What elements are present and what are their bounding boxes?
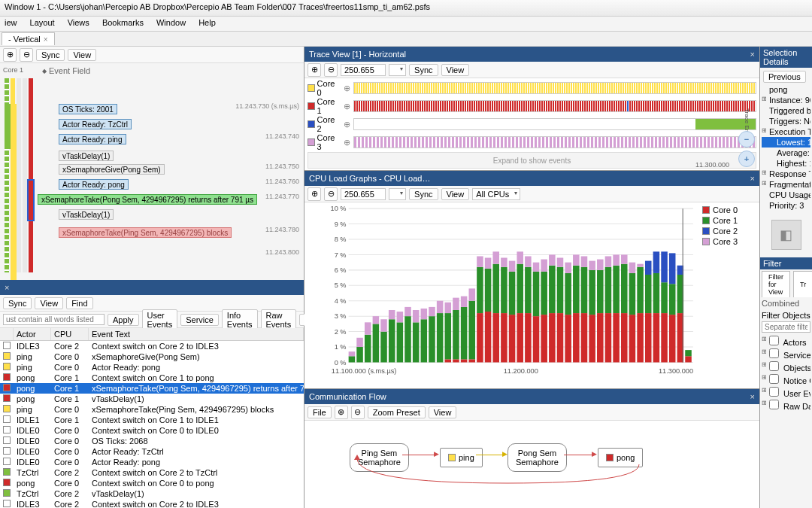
tree-item[interactable]: Triggers: None <box>762 116 810 126</box>
commflow-canvas[interactable]: Ping Sem Semaphore ping Pong Sem Semapho… <box>304 421 759 508</box>
cpu-select-dropdown[interactable]: All CPUs <box>472 188 520 200</box>
view-button[interactable]: View <box>441 64 470 76</box>
close-icon[interactable]: × <box>750 392 755 401</box>
menu-iew[interactable]: iew <box>5 18 17 27</box>
node-ping[interactable]: ping <box>440 448 483 467</box>
previous-button[interactable]: Previous <box>763 71 806 83</box>
event-label[interactable]: OS Ticks: 2001 <box>59 104 117 114</box>
table-row[interactable]: pongCore 1Context switch on Core 1 to po… <box>0 373 304 383</box>
info-events-button[interactable]: Info Events <box>222 309 258 330</box>
tree-item[interactable]: CPU Usage: 0 <box>762 190 810 200</box>
filter-tree-item[interactable]: Actors <box>762 335 810 348</box>
event-label[interactable]: Actor Ready: ping <box>59 134 126 144</box>
event-log-table[interactable]: Actor CPU Event Text IDLE3Core 2Context … <box>0 328 304 508</box>
node-pong-sem[interactable]: Pong Sem Semaphore <box>508 443 567 472</box>
event-label[interactable]: xSemaphoreGive(Pong Sem) <box>59 164 165 175</box>
sync-button[interactable]: Sync <box>409 188 438 200</box>
table-row[interactable]: IDLE0Core 0Actor Ready: pong <box>0 457 304 467</box>
table-row[interactable]: pingCore 0Actor Ready: pong <box>0 362 304 373</box>
zoom-value[interactable]: 250.655 <box>341 188 386 200</box>
tab-filter-for-view[interactable]: Filter for View <box>762 271 790 297</box>
event-label[interactable]: xSemaphoreTake(Pong Sem, 4294967295) ret… <box>38 194 257 205</box>
tree-item[interactable]: Lowest: 1 <box>762 137 810 148</box>
core-row[interactable]: Core 1 ⊕ <box>308 98 756 114</box>
menu-bookmarks[interactable]: Bookmarks <box>102 18 144 27</box>
traceh-canvas[interactable]: Core 0 ⊕ Core 1 ⊕ Core 2 ⊕ Core 3 ⊕ Expa… <box>304 78 759 170</box>
close-icon[interactable]: × <box>5 283 9 292</box>
zoom-unit-dropdown[interactable] <box>389 64 406 76</box>
tree-item[interactable]: Instance: 96/ <box>762 95 810 105</box>
zoom-out-icon[interactable]: ⊖ <box>20 48 33 62</box>
service-button[interactable]: Service <box>180 314 219 326</box>
close-icon[interactable]: × <box>44 35 48 44</box>
tree-item[interactable]: Triggered by: <box>762 105 810 116</box>
table-row[interactable]: pongCore 1vTaskDelay(1) <box>0 394 304 404</box>
cpuload-chart[interactable]: 0 %1 %2 %3 %4 %5 %6 %7 %8 %9 %10 %11.100… <box>304 202 699 388</box>
sync-button[interactable]: Sync <box>409 64 438 76</box>
core-row[interactable]: Core 2 ⊕ <box>308 116 756 132</box>
table-row[interactable]: IDLE3Core 2Context switch on Core 2 to I… <box>0 341 304 351</box>
table-row[interactable]: IDLE0Core 0Context switch on Core 0 to I… <box>0 425 304 436</box>
tree-item[interactable]: Response Tim <box>762 169 810 179</box>
table-row[interactable]: IDLE3Core 2Context switch on Core 2 to I… <box>0 499 304 508</box>
filter-tree-item[interactable]: Notice G <box>762 373 810 386</box>
filter-objects-input[interactable] <box>762 321 810 333</box>
user-events-button[interactable]: User Events <box>142 309 178 330</box>
sync-button[interactable]: Sync <box>36 49 65 61</box>
filter-tree-item[interactable]: User Ev <box>762 386 810 399</box>
menu-window[interactable]: Window <box>156 18 186 27</box>
filter-input[interactable] <box>3 314 105 325</box>
view-button[interactable]: View <box>441 188 470 200</box>
selected-segment[interactable] <box>27 179 35 221</box>
zoom-unit-dropdown[interactable] <box>389 188 406 200</box>
core-row[interactable]: Core 0 ⊕ <box>308 80 756 96</box>
filter-tree-item[interactable]: Objects <box>762 360 810 373</box>
view-button[interactable]: View <box>35 297 63 309</box>
table-row[interactable]: TzCtrlCore 2Context switch on Core 2 to … <box>0 467 304 478</box>
zoom-fab-minus[interactable]: − <box>738 131 755 148</box>
zoom-fab-plus[interactable]: + <box>738 151 755 167</box>
event-label[interactable]: Actor Ready: TzCtrl <box>59 119 132 129</box>
event-label[interactable]: Actor Ready: pong <box>59 179 129 190</box>
close-icon[interactable]: × <box>750 50 755 59</box>
zoom-out-icon[interactable]: ⊖ <box>324 63 338 77</box>
table-row[interactable]: pingCore 0xSemaphoreGive(Pong Sem) <box>0 351 304 362</box>
sync-button[interactable]: Sync <box>3 297 32 309</box>
tracev-canvas[interactable]: Core 1 ◆Event Field OS Ticks: 2001Actor … <box>0 63 304 280</box>
event-label[interactable]: vTaskDelay(1) <box>59 151 114 161</box>
zoom-in-icon[interactable]: ⊕ <box>308 187 321 201</box>
table-row[interactable]: pingCore 0xSemaphoreTake(Ping Sem, 42949… <box>0 404 304 415</box>
table-row[interactable]: IDLE1Core 1Context switch on Core 1 to I… <box>0 415 304 425</box>
zoom-in-icon[interactable]: ⊕ <box>3 48 17 62</box>
apply-button[interactable]: Apply <box>108 314 139 326</box>
tree-item[interactable]: Fragmentation <box>762 179 810 190</box>
table-row[interactable]: IDLE0Core 0OS Ticks: 2068 <box>0 436 304 446</box>
event-label[interactable]: xSemaphoreTake(Ping Sem, 4294967295) blo… <box>59 227 232 238</box>
tree-item[interactable]: Priority: 3 <box>762 200 810 211</box>
filter-tree-item[interactable]: Raw Da <box>762 399 810 412</box>
view-button[interactable]: View <box>429 406 457 418</box>
tree-item[interactable]: Execution Tim <box>762 126 810 137</box>
table-row[interactable]: pongCore 0Context switch on Core 0 to po… <box>0 478 304 488</box>
view-button[interactable]: View <box>68 49 96 61</box>
tree-item[interactable]: Average: <box>762 148 810 158</box>
file-button[interactable]: File <box>308 406 332 418</box>
tree-item[interactable]: pong <box>762 84 810 95</box>
menu-layout[interactable]: Layout <box>30 18 55 27</box>
table-row[interactable]: pongCore 1xSemaphoreTake(Pong Sem, 42949… <box>0 383 304 394</box>
find-button[interactable]: Find <box>66 297 92 309</box>
zoom-value[interactable]: 250.655 <box>341 64 386 76</box>
zoom-in-icon[interactable]: ⊕ <box>308 63 321 77</box>
event-label[interactable]: vTaskDelay(1) <box>59 209 114 220</box>
tab-vertical[interactable]: - Vertical × <box>2 32 55 45</box>
zoom-out-icon[interactable]: ⊖ <box>324 187 338 201</box>
zoom-out-icon[interactable]: ⊖ <box>351 406 365 419</box>
menu-views[interactable]: Views <box>68 18 89 27</box>
event-field-picker[interactable]: ◆Event Field <box>42 66 90 75</box>
menu-help[interactable]: Help <box>198 18 216 27</box>
table-row[interactable]: IDLE0Core 0Actor Ready: TzCtrl <box>0 446 304 457</box>
core-row[interactable]: Core 3 ⊕ <box>308 134 756 151</box>
tree-item[interactable]: Highest: 1 <box>762 158 810 169</box>
zoom-in-icon[interactable]: ⊕ <box>335 406 348 419</box>
tab-tr[interactable]: Tr <box>793 271 812 297</box>
